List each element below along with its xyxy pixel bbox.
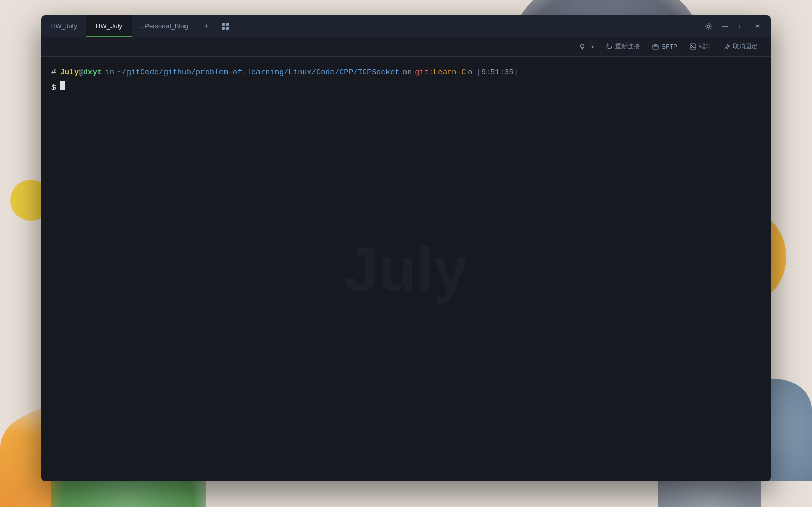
sftp-icon xyxy=(652,43,659,50)
tab-personal-blog[interactable]: ..Personal_Blog xyxy=(132,15,197,37)
svg-rect-2 xyxy=(222,27,225,30)
prompt-hash: # xyxy=(51,67,56,79)
dropdown-icon: ▾ xyxy=(591,44,594,49)
svg-rect-6 xyxy=(653,45,658,49)
window-actions: — □ ✕ xyxy=(695,15,771,37)
terminal-port-button[interactable]: 端口 xyxy=(685,40,716,53)
prompt-dollar: $ xyxy=(51,82,56,95)
maximize-button[interactable]: □ xyxy=(734,19,748,33)
prompt-time: [9:51:35] xyxy=(476,67,518,79)
new-tab-button[interactable]: + xyxy=(197,15,215,37)
terminal-port-label: 端口 xyxy=(699,42,711,51)
prompt-user: July xyxy=(60,67,79,79)
terminal-icon xyxy=(690,43,696,50)
sftp-button[interactable]: SFTP xyxy=(647,41,682,52)
tab-hw-july-1[interactable]: HW_July xyxy=(41,15,86,37)
layout-icon xyxy=(221,22,229,30)
bulb-icon xyxy=(579,43,586,50)
close-button[interactable]: ✕ xyxy=(750,19,765,33)
tab-label-2: HW_July xyxy=(96,22,122,30)
tab-hw-july-2[interactable]: HW_July xyxy=(86,15,132,37)
prompt-line-1: # July @ dxyt in ~/gitCode/github/proble… xyxy=(51,67,761,79)
tab-label-3: ..Personal_Blog xyxy=(141,22,188,30)
prompt-in: in xyxy=(105,67,114,79)
reconnect-button[interactable]: 重新连接 xyxy=(601,40,645,53)
svg-rect-0 xyxy=(222,23,225,26)
prompt-path: ~/gitCode/github/problem-of-learning/Lin… xyxy=(117,67,399,79)
prompt-line-2: $ xyxy=(51,81,761,95)
toolbar: ▾ 重新连接 SFTP 端口 xyxy=(41,37,771,57)
prompt-branch: Learn-C xyxy=(433,68,466,77)
prompt-at: @ xyxy=(79,67,83,79)
svg-rect-7 xyxy=(690,44,696,49)
svg-point-5 xyxy=(581,44,584,48)
minimize-button[interactable]: — xyxy=(717,19,732,33)
prompt-git: git:Learn-C xyxy=(415,67,466,79)
maximize-icon: □ xyxy=(739,23,743,30)
tab-label-1: HW_July xyxy=(50,22,77,30)
settings-icon xyxy=(704,22,712,30)
plus-icon: + xyxy=(204,21,209,32)
terminal-watermark: July xyxy=(344,234,468,305)
title-bar: HW_July HW_July ..Personal_Blog + xyxy=(41,15,771,37)
layout-button[interactable] xyxy=(215,15,235,37)
reconnect-icon xyxy=(606,43,613,50)
title-bar-spacer xyxy=(235,15,695,37)
prompt-on: on xyxy=(402,67,412,79)
prompt-host: dxyt xyxy=(83,67,102,79)
svg-point-4 xyxy=(707,25,710,28)
settings-button[interactable] xyxy=(701,19,715,33)
svg-rect-1 xyxy=(226,23,229,26)
ai-button[interactable]: ▾ xyxy=(574,41,599,52)
cursor xyxy=(60,81,65,90)
terminal-window: HW_July HW_July ..Personal_Blog + xyxy=(41,15,771,481)
svg-rect-3 xyxy=(226,27,229,30)
unpin-button[interactable]: 取消固定 xyxy=(718,40,763,53)
close-icon: ✕ xyxy=(755,23,760,30)
reconnect-label: 重新连接 xyxy=(615,42,640,51)
unpin-icon xyxy=(724,43,730,50)
sftp-label: SFTP xyxy=(661,43,677,50)
minimize-icon: — xyxy=(722,23,728,30)
terminal-body[interactable]: July # July @ dxyt in ~/gitCode/github/p… xyxy=(41,57,771,481)
branch-suffix: o xyxy=(468,67,472,79)
unpin-label: 取消固定 xyxy=(733,42,758,51)
